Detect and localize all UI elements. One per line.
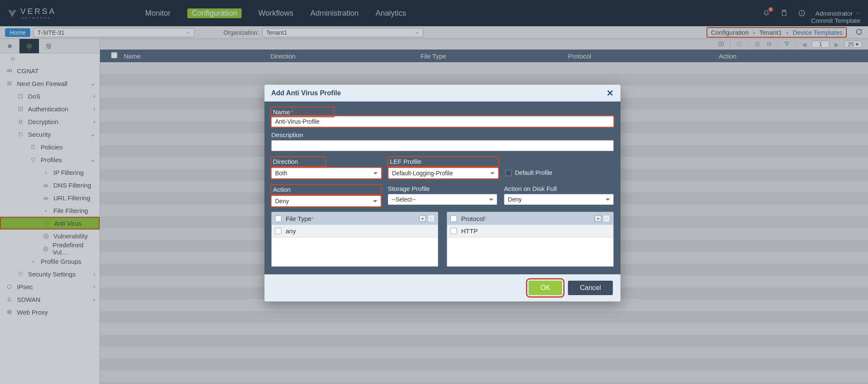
label-name: Name [273, 108, 290, 116]
name-input[interactable]: Anti-Virus-Profile [271, 116, 614, 127]
direction-select[interactable]: Both [271, 168, 381, 179]
label-lef-profile: LEF Profile [390, 158, 421, 165]
protocol-row-label: HTTP [461, 227, 478, 235]
lef-profile-select[interactable]: Default-Logging-Profile [388, 168, 498, 179]
ok-button[interactable]: OK [529, 281, 562, 295]
action-select[interactable]: Deny [271, 196, 381, 207]
protocol-remove-icon[interactable]: − [603, 215, 610, 222]
action-disk-full-select[interactable]: Deny [504, 194, 614, 205]
cancel-button[interactable]: Cancel [568, 281, 613, 295]
label-description: Description [271, 131, 303, 138]
label-file-type: File Type [286, 215, 312, 222]
label-action-disk-full: Action on Disk Full [504, 185, 556, 192]
file-type-select-all[interactable] [275, 215, 281, 222]
modal-add-antivirus: Add Anti Virus Profile ✕ Name* Anti-Viru… [264, 85, 620, 301]
modal-header: Add Anti Virus Profile ✕ [264, 85, 620, 102]
file-type-row-checkbox[interactable] [275, 228, 281, 234]
modal-title: Add Anti Virus Profile [271, 89, 341, 97]
close-icon[interactable]: ✕ [606, 88, 614, 98]
storage-profile-select[interactable]: --Select-- [388, 194, 498, 205]
description-input[interactable] [271, 140, 614, 151]
protocol-add-icon[interactable]: + [595, 215, 601, 222]
label-protocol: Protocol [461, 215, 484, 222]
label-default-profile: Default Profile [515, 169, 552, 176]
protocol-row[interactable]: HTTP [447, 225, 613, 238]
protocol-select-all[interactable] [451, 215, 457, 222]
file-type-add-icon[interactable]: + [419, 215, 426, 222]
protocol-list: Protocol* +− HTTP [447, 212, 614, 267]
protocol-row-checkbox[interactable] [451, 228, 457, 234]
file-type-remove-icon[interactable]: − [428, 215, 434, 222]
modal-footer: OK Cancel [264, 274, 620, 301]
label-storage-profile: Storage Profile [388, 185, 430, 192]
file-type-row-label: any [286, 227, 296, 235]
name-input-value: Anti-Virus-Profile [275, 118, 320, 125]
label-direction: Direction [273, 158, 298, 165]
file-type-list: File Type* +− any [271, 212, 438, 267]
default-profile-checkbox[interactable] [505, 170, 512, 176]
field-name-wrap: Name* [271, 108, 334, 116]
label-action: Action [273, 186, 291, 193]
file-type-row[interactable]: any [272, 225, 438, 238]
